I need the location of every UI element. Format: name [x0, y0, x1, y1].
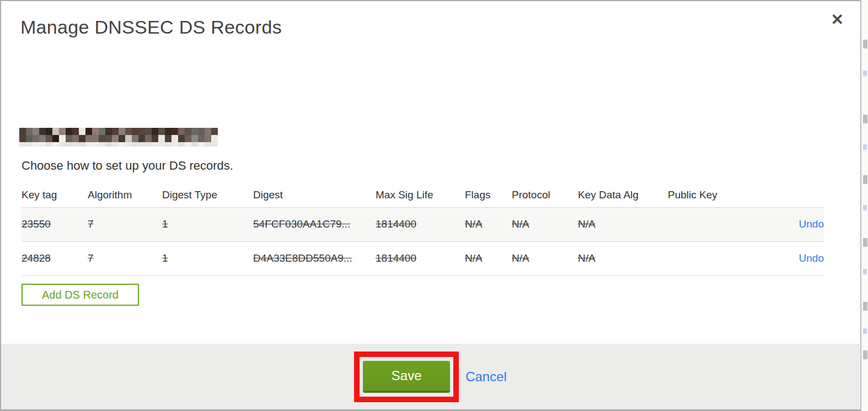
column-header-flags: Flags [465, 183, 512, 207]
background-content-fragment [863, 350, 867, 359]
dialog-title: Manage DNSSEC DS Records [20, 17, 282, 38]
cell-flags: N/A [465, 207, 512, 241]
cell-max-sig-life: 1814400 [376, 241, 465, 275]
column-header-public-key: Public Key [668, 183, 778, 207]
cell-key-tag: 23550 [22, 207, 88, 241]
close-icon[interactable]: ✕ [831, 12, 844, 28]
add-ds-record-button[interactable]: Add DS Record [22, 284, 139, 306]
cell-public-key [668, 241, 778, 275]
background-content-fragment [863, 238, 867, 247]
cell-key-tag: 24828 [22, 241, 88, 275]
background-content-fragment [863, 144, 867, 150]
cell-key-data-alg: N/A [578, 207, 668, 241]
cell-max-sig-life: 1814400 [376, 207, 465, 241]
column-header-max-sig-life: Max Sig Life [376, 183, 465, 207]
cell-key-data-alg: N/A [578, 241, 668, 275]
cell-protocol: N/A [512, 241, 578, 275]
cell-protocol: N/A [512, 207, 578, 241]
background-content-fragment [863, 269, 867, 274]
background-content-fragment [863, 40, 867, 48]
cell-digest-type: 1 [162, 241, 253, 275]
table-row: 24828 7 1 D4A33E8DD550A9... 1814400 N/A … [22, 241, 824, 275]
column-header-key-data-alg: Key Data Alg [578, 183, 668, 207]
dialog-footer: Save Cancel [1, 344, 860, 409]
background-content-fragment [863, 71, 867, 76]
cancel-link[interactable]: Cancel [465, 369, 507, 385]
ds-records-table: Key tag Algorithm Digest Type Digest Max… [22, 183, 824, 276]
cell-digest-type: 1 [162, 207, 253, 241]
background-content-fragment [863, 115, 867, 123]
column-header-protocol: Protocol [512, 183, 578, 207]
red-highlight-annotation: Save [354, 351, 459, 402]
save-button[interactable]: Save [363, 361, 450, 393]
setup-instruction-text: Choose how to set up your DS records. [22, 159, 233, 173]
column-header-digest-type: Digest Type [162, 183, 253, 207]
background-content-fragment [863, 175, 867, 184]
background-content-fragment [863, 302, 867, 311]
column-header-digest: Digest [253, 183, 376, 207]
cell-digest: D4A33E8DD550A9... [253, 241, 376, 275]
background-content-fragment [863, 328, 867, 334]
background-page-strip [861, 0, 868, 411]
background-content-fragment [863, 205, 867, 210]
table-header-row: Key tag Algorithm Digest Type Digest Max… [22, 183, 824, 207]
undo-link[interactable]: Undo [799, 252, 824, 264]
cell-digest: 54FCF030AA1C79... [253, 207, 376, 241]
column-header-action [778, 183, 824, 207]
domain-name-redacted [19, 128, 218, 147]
cell-flags: N/A [465, 241, 512, 275]
column-header-algorithm: Algorithm [88, 183, 162, 207]
cell-algorithm: 7 [88, 241, 162, 275]
column-header-key-tag: Key tag [22, 183, 88, 207]
screen: Manage DNSSEC DS Records ✕ Choose how to… [0, 0, 868, 411]
table-row: 23550 7 1 54FCF030AA1C79... 1814400 N/A … [22, 207, 824, 241]
manage-dnssec-ds-records-dialog: Manage DNSSEC DS Records ✕ Choose how to… [0, 0, 861, 411]
undo-link[interactable]: Undo [799, 218, 824, 230]
cell-algorithm: 7 [88, 207, 162, 241]
cell-public-key [668, 207, 778, 241]
